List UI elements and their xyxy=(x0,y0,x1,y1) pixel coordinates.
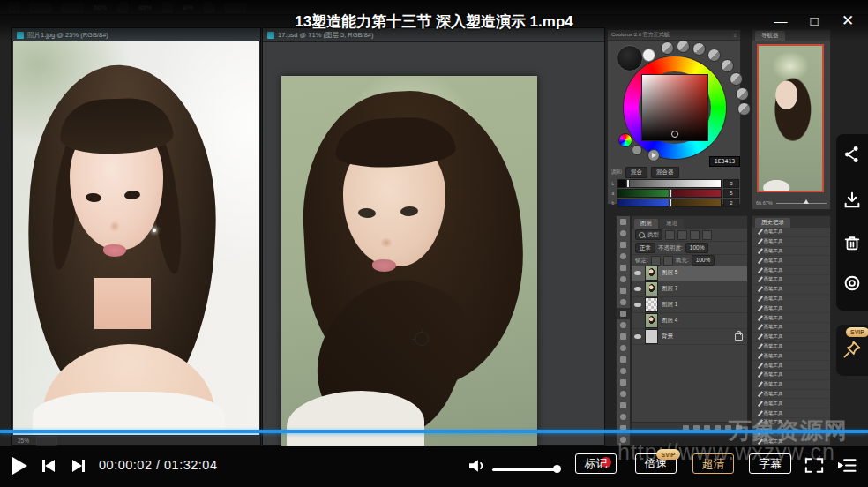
navigator-preview xyxy=(757,44,824,192)
layer-thumbnail xyxy=(645,313,658,328)
ps-layers-panel: 图层 通道 类型 正常 不透明度: 100% 锁定: 填充: 100% xyxy=(631,215,748,434)
layer-name: 背景 xyxy=(662,333,673,341)
blend-mode-row: 正常 不透明度: 100% xyxy=(632,242,747,255)
ps-doc-statusbar: 25% xyxy=(12,435,260,445)
play-option-icon xyxy=(647,149,660,161)
layer-row: 图层 4 xyxy=(632,313,747,329)
ps-tools-strip xyxy=(616,215,631,446)
record-icon[interactable] xyxy=(842,273,862,293)
play-button[interactable] xyxy=(12,457,27,475)
window-controls: — □ ✕ xyxy=(764,9,864,32)
brush-icon xyxy=(758,315,763,320)
lock-icon xyxy=(735,333,743,341)
color-swatch xyxy=(736,87,749,101)
color-cursor-icon xyxy=(671,131,678,138)
tab-history: 历史记录 xyxy=(755,218,790,228)
eye-icon xyxy=(634,334,641,339)
brush-icon xyxy=(758,267,763,273)
download-icon[interactable] xyxy=(842,191,862,210)
layer-row: 图层 1 xyxy=(632,297,747,313)
brush-icon xyxy=(758,343,763,348)
minimize-button[interactable]: — xyxy=(764,9,797,32)
subtitle-button[interactable]: 字幕 xyxy=(749,453,791,474)
layer-thumbnail xyxy=(645,329,658,344)
pin-tile[interactable]: SVIP xyxy=(836,325,868,376)
history-row: 画笔工具 xyxy=(752,247,830,257)
history-row: 画笔工具 xyxy=(752,275,830,285)
color-swatch xyxy=(707,49,721,62)
color-swatch xyxy=(737,102,751,116)
previous-button[interactable] xyxy=(42,460,55,472)
foreground-color-swatch xyxy=(617,45,643,71)
opacity-value: 100% xyxy=(685,243,709,253)
color-swatch xyxy=(721,59,734,72)
eye-icon xyxy=(634,287,641,291)
navigator-zoom-value: 66.67% xyxy=(756,200,773,206)
layer-name: 图层 7 xyxy=(662,285,677,293)
navigator-zoom-slider xyxy=(776,203,827,204)
brush-icon xyxy=(758,277,763,282)
brush-icon xyxy=(758,401,763,406)
color-swatch xyxy=(677,40,690,53)
brush-icon xyxy=(758,372,763,378)
history-row: 画笔工具 xyxy=(752,237,830,247)
history-row: 画笔工具 xyxy=(752,399,830,408)
layer-search: 类型 xyxy=(635,229,662,240)
layer-thumbnail xyxy=(645,297,658,312)
fill-value: 100% xyxy=(692,255,715,266)
color-swatch xyxy=(661,41,674,55)
brush-cursor-icon xyxy=(415,332,429,346)
next-button[interactable] xyxy=(72,460,85,472)
video-title: 13塑造能力第十三节 深入塑造演示 1.mp4 xyxy=(0,11,868,32)
brush-icon xyxy=(758,325,763,330)
brush-icon xyxy=(758,239,763,244)
maximize-button[interactable]: □ xyxy=(797,9,831,32)
pin-icon xyxy=(842,339,863,360)
share-icon[interactable] xyxy=(842,145,862,164)
coolorus-tabs: 调和 混合 混合器 xyxy=(611,167,679,178)
brush-icon xyxy=(758,258,763,263)
history-row: 画笔工具 xyxy=(752,323,830,333)
trash-icon[interactable] xyxy=(842,233,862,252)
layer-name: 图层 5 xyxy=(662,269,677,277)
brush-icon xyxy=(758,229,763,235)
tab-mix: 混合 xyxy=(625,167,647,178)
ps-history-panel: 历史记录 画笔工具 画笔工具 画笔工具 画笔工具 画笔工具 xyxy=(752,215,831,446)
layer-thumbnail xyxy=(645,266,658,281)
volume-icon[interactable] xyxy=(468,458,487,474)
layer-list: 图层 5 图层 7 图层 1 图层 4 xyxy=(632,266,747,345)
brush-icon xyxy=(758,353,763,358)
history-row: 画笔工具 xyxy=(752,285,830,295)
brush-icon xyxy=(758,381,763,386)
history-row: 画笔工具 xyxy=(752,266,830,275)
history-row: 画笔工具 xyxy=(752,371,830,380)
volume-knob[interactable] xyxy=(553,465,561,473)
history-row: 画笔工具 xyxy=(752,256,830,266)
history-row: 画笔工具 xyxy=(752,303,830,313)
ps-doc-zoom: 25% xyxy=(18,438,29,444)
color-slider: a 5 xyxy=(610,189,739,197)
mark-button[interactable]: 标记 xyxy=(575,453,617,474)
volume-slider[interactable] xyxy=(492,468,557,471)
brush-icon xyxy=(758,305,763,311)
tab-mixer: 混合器 xyxy=(651,167,679,178)
coolorus-panel: Coolorus 2.6 官方正式版 ≡ xyxy=(607,29,741,205)
history-row: 画笔工具 xyxy=(752,361,830,371)
search-icon xyxy=(639,232,645,238)
brush-icon xyxy=(758,391,763,396)
history-row: 画笔工具 xyxy=(752,313,830,323)
brush-icon xyxy=(758,248,763,253)
quality-button[interactable]: 超清 xyxy=(692,453,734,474)
fullscreen-icon[interactable] xyxy=(804,457,824,474)
progress-bar[interactable] xyxy=(0,430,868,433)
playlist-icon[interactable] xyxy=(836,457,857,474)
brush-icon xyxy=(758,296,763,301)
hex-value: 1E3413 xyxy=(709,156,740,167)
close-button[interactable]: ✕ xyxy=(831,9,864,32)
brush-icon xyxy=(758,363,763,368)
video-surface[interactable]: 60% 86% 0% 照片1.jpg @ 25% (RGB/8#) xyxy=(0,0,868,446)
layers-filter-row: 类型 xyxy=(632,229,747,242)
painting-canvas xyxy=(281,76,537,446)
color-slider: b 2 xyxy=(610,199,739,206)
ps-document-painting: 17.psd @ 71% (图层 5, RGB/8#) xyxy=(262,27,605,446)
